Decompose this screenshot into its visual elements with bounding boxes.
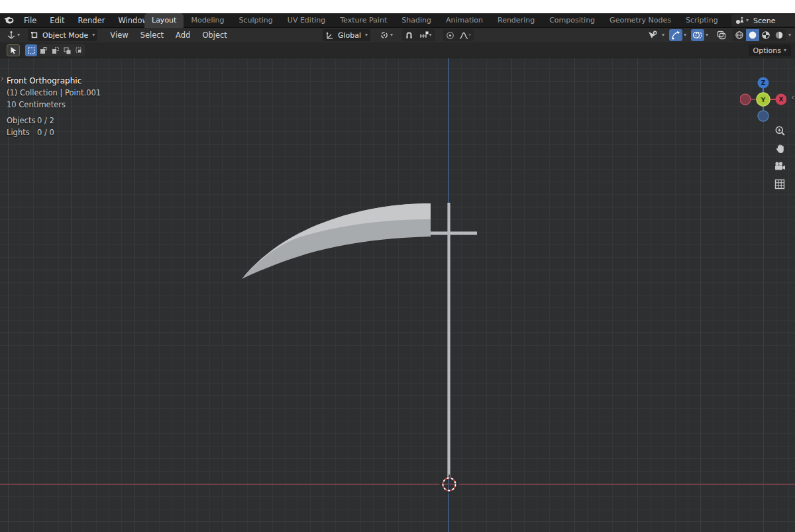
tab-shading[interactable]: Shading [394,13,439,28]
chevron-down-icon: ▾ [788,32,791,38]
toggle-ortho-button[interactable] [774,178,786,190]
camera-view-button[interactable] [774,160,786,172]
active-tool-button[interactable] [7,44,20,56]
xray-icon [717,30,726,40]
pivot-point-icon [380,30,389,40]
select-mode-invert[interactable] [61,44,73,56]
menu-select[interactable]: Select [134,28,170,42]
chevron-down-icon: ▾ [662,32,664,38]
menu-view[interactable]: View [104,28,134,42]
material-preview-icon [761,30,770,40]
tab-modeling[interactable]: Modeling [184,13,231,28]
sidebar-toggle-arrow[interactable]: ‹ [791,93,794,102]
chevron-down-icon: ▾ [468,32,471,38]
navigation-gizmo[interactable]: Z X Y [740,76,786,123]
select-box-icon [28,47,35,54]
editor-type-button[interactable]: ▾ [4,29,23,41]
mode-selector[interactable]: Object Mode ▾ [28,29,97,41]
tab-sculpting[interactable]: Sculpting [231,13,280,28]
context-label: (1) Collection | Point.001 [7,88,101,97]
chevron-down-icon: ▾ [706,32,708,38]
chevron-down-icon: ▾ [92,32,95,38]
select-intersect-icon [76,47,83,54]
gizmo-axis-neg-x[interactable] [740,94,751,105]
rendered-shading-button[interactable] [772,29,786,41]
blender-logo [3,16,14,25]
tab-geometry-nodes[interactable]: Geometry Nodes [602,13,678,28]
falloff-curve-icon [459,31,468,40]
tab-uv-editing[interactable]: UV Editing [280,13,333,28]
overlays-icon [692,30,702,40]
gizmo-axis-neg-z[interactable] [758,111,768,121]
snap-magnet-icon [405,31,413,40]
chevron-down-icon: ▾ [784,48,786,53]
wireframe-shading-icon [735,30,744,40]
gizmo-axis-z[interactable]: Z [758,78,769,89]
toggle-grid-icon [774,179,785,189]
snap-settings-button[interactable]: ▾ [415,29,435,41]
tab-compositing[interactable]: Compositing [542,13,602,28]
orientation-selector[interactable]: Global ▾ [323,29,370,41]
chevron-down-icon: ▾ [365,32,368,38]
shading-group [733,29,786,41]
workspace-tabs: Layout Modeling Sculpting UV Editing Tex… [144,13,745,28]
rendered-shading-icon [774,30,784,40]
chevron-down-icon: ▾ [746,18,749,23]
menu-edit[interactable]: Edit [43,13,71,28]
viewport-nav-buttons [774,125,786,190]
pivot-point-selector[interactable]: ▾ [377,29,396,41]
select-extend-icon [40,47,47,54]
pan-hand-icon [774,143,786,154]
solid-shading-button[interactable] [746,29,759,41]
blender-logo-icon[interactable] [0,16,17,25]
show-object-types-icon [647,30,658,40]
menu-add[interactable]: Add [170,28,196,42]
xray-toggle[interactable] [715,29,728,41]
cursor-tool-icon [10,46,17,54]
proportional-editing-button[interactable] [443,29,456,41]
toolbar-toggle-arrow[interactable]: › [1,74,4,83]
camera-view-icon [774,161,786,172]
menu-object[interactable]: Object [196,28,233,42]
zoom-button[interactable] [774,125,786,136]
overlays-toggle[interactable] [691,29,704,41]
select-mode-group [25,44,85,56]
stat-value: 0 / 2 [37,116,54,125]
select-mode-subtract[interactable] [49,44,61,56]
object-mode-icon [30,31,38,39]
scene-name: Scene [753,17,776,25]
menu-file[interactable]: File [17,13,43,28]
select-mode-intersect[interactable] [73,44,85,56]
chevron-down-icon: ▾ [429,32,432,38]
scene-stats: Objects 0 / 2 Lights 0 / 0 [7,116,101,137]
svg-text:Y: Y [761,96,766,103]
editor-type-icon [7,30,16,40]
select-mode-extend[interactable] [37,44,49,56]
gizmo-axis-x[interactable]: X [776,94,787,105]
options-dropdown[interactable]: Options ▾ [749,44,791,56]
wireframe-shading-button[interactable] [733,29,746,41]
gizmo-axis-y[interactable]: Y [757,93,770,106]
viewport-display-controls: ▾ ▾ ▾ [645,29,791,41]
scene-selector[interactable]: ▾ Scene [731,15,795,27]
stat-value: 0 / 0 [37,128,54,137]
scene-objects [0,58,795,532]
tab-rendering[interactable]: Rendering [490,13,542,28]
menu-render[interactable]: Render [72,13,112,28]
snapping-group: ▾ [402,29,435,41]
chevron-down-icon: ▾ [390,32,393,38]
blender-window: File Edit Render Window Help Layout Mode… [0,13,795,532]
gizmos-toggle[interactable] [669,29,682,41]
viewport-canvas[interactable]: Front Orthographic (1) Collection | Poin… [0,58,795,532]
stat-lights: Lights 0 / 0 [7,128,101,137]
falloff-selector[interactable]: ▾ [456,29,474,41]
material-preview-button[interactable] [759,29,772,41]
pan-button[interactable] [774,142,786,154]
select-mode-set[interactable] [25,44,37,56]
tab-texture-paint[interactable]: Texture Paint [333,13,394,28]
show-object-types-button[interactable] [645,29,661,41]
tab-layout[interactable]: Layout [144,13,184,28]
snap-toggle-button[interactable] [402,29,415,41]
tab-animation[interactable]: Animation [439,13,490,28]
tab-scripting[interactable]: Scripting [678,13,725,28]
